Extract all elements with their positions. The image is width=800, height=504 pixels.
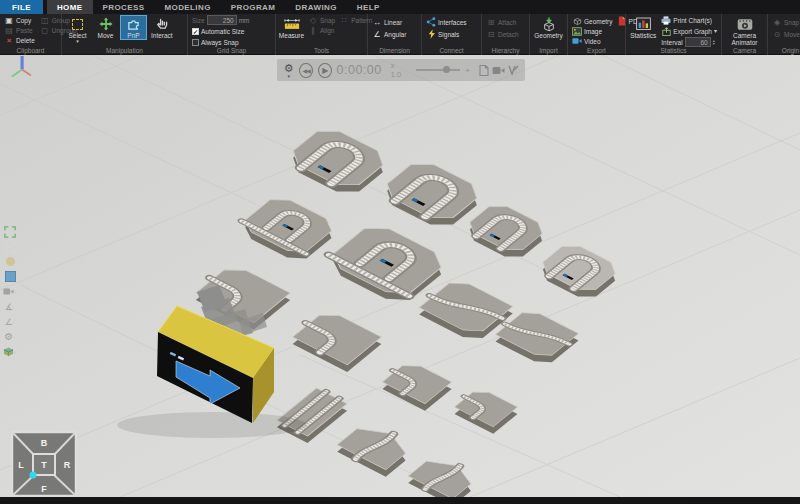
align-button[interactable]: ∥Align <box>306 25 374 35</box>
conveyor-piece-u[interactable] <box>377 157 486 231</box>
play-icon: ▶ <box>322 66 328 75</box>
detach-button[interactable]: ⊟Detach <box>484 29 527 39</box>
measure-button[interactable]: Measure <box>278 15 305 40</box>
paste-icon: ▤ <box>4 26 14 35</box>
angular-label: Angular <box>384 31 406 38</box>
vc-logo-icon[interactable] <box>508 65 519 75</box>
conveyor-piece-c45[interactable] <box>405 453 481 497</box>
camera-animator-button[interactable]: Camera Animator <box>724 15 765 47</box>
render-mode-icon[interactable] <box>2 255 18 268</box>
export-graph-button[interactable]: Export Graph ▾ <box>659 26 719 36</box>
camera-view-menu-button[interactable]: ▸ <box>2 285 18 298</box>
interval-input[interactable] <box>685 37 711 47</box>
world-origin-axis <box>12 56 31 77</box>
export-image-button[interactable]: Image <box>570 26 623 36</box>
group-label-manipulation: Manipulation <box>64 47 185 55</box>
cube-face-top[interactable]: T <box>41 460 47 470</box>
record-video-icon[interactable] <box>492 66 505 75</box>
angular-dimension-button[interactable]: ∠Angular <box>370 29 419 39</box>
conveyor-piece-u[interactable] <box>462 201 550 262</box>
import-geometry-button[interactable]: Geometry <box>532 15 565 40</box>
measure-view-menu-button[interactable]: ∡▸ <box>2 300 18 313</box>
snap-button[interactable]: ◇Snap <box>306 15 337 25</box>
cube-face-back[interactable]: B <box>41 438 48 448</box>
signals-bolt-icon <box>426 29 436 39</box>
ribbon-group-import: Geometry Import <box>530 14 568 55</box>
select-button[interactable]: Select ▾ <box>64 15 91 44</box>
conveyor-piece-u[interactable] <box>283 124 392 198</box>
cube-face-front[interactable]: F <box>41 484 47 494</box>
interact-button[interactable]: Interact <box>148 15 176 40</box>
ribbon: FILE HOME PROCESS MODELING PROGRAM DRAWI… <box>0 0 800 55</box>
plus-icon[interactable]: + <box>465 66 470 75</box>
origin-snap-button[interactable]: ◈Snap <box>770 17 800 27</box>
tab-modeling[interactable]: MODELING <box>154 0 220 14</box>
interval-spinner[interactable]: ▴▾ <box>713 39 715 45</box>
print-charts-button[interactable]: Print Chart(s) <box>659 15 719 25</box>
tab-file[interactable]: FILE <box>0 0 43 14</box>
playback-bar: ⚙ ▾ ◀◀ ▶ 0:00:00 x 1.0 + <box>277 59 525 81</box>
export-pdf-view-icon[interactable] <box>479 65 489 76</box>
linear-label: Linear <box>384 19 402 26</box>
attach-button[interactable]: ⊞Attach <box>484 17 527 27</box>
conveyor-piece-ucs[interactable] <box>324 220 452 307</box>
view-cube-menu-button[interactable]: ▸ <box>2 345 18 358</box>
signals-button[interactable]: Signals <box>424 29 479 39</box>
center-view-button[interactable] <box>2 240 18 253</box>
delete-button[interactable]: ×Delete <box>2 35 37 45</box>
checkbox-checked-icon: ✓ <box>192 28 199 35</box>
paste-button[interactable]: ▤Paste <box>2 25 37 35</box>
cube-face-right[interactable]: R <box>64 460 71 470</box>
conveyor-piece-u[interactable] <box>535 241 623 302</box>
export-geometry-button[interactable]: Geometry <box>570 16 615 26</box>
tab-program[interactable]: PROGRAM <box>221 0 286 14</box>
speed-slider[interactable] <box>416 69 460 71</box>
origin-move-button[interactable]: ⊙Move <box>770 29 800 39</box>
video-camera-icon <box>572 37 582 45</box>
tab-process[interactable]: PROCESS <box>93 0 155 14</box>
always-snap-label: Always Snap <box>201 39 239 46</box>
interfaces-button[interactable]: Interfaces <box>424 17 479 27</box>
speed-slider-handle[interactable] <box>443 66 450 73</box>
linear-dimension-button[interactable]: ↔Linear <box>370 17 419 27</box>
tab-help[interactable]: HELP <box>347 0 390 14</box>
simulation-settings-button[interactable]: ⚙ ▾ <box>283 63 294 78</box>
reset-simulation-button[interactable]: ◀◀ <box>299 63 312 78</box>
fit-view-button[interactable] <box>2 225 18 238</box>
conveyor-piece-c90[interactable] <box>289 308 381 372</box>
export-geometry-icon <box>572 17 582 26</box>
measure-label: Measure <box>279 32 304 39</box>
export-graph-caret-icon: ▾ <box>714 29 717 33</box>
ribbon-group-clipboard: ▣Copy ▤Paste ×Delete ◫Group ◻Ungroup Cli… <box>0 14 62 55</box>
pattern-icon: ∷ <box>339 16 349 25</box>
copy-button[interactable]: ▣Copy <box>2 15 37 25</box>
conveyor-piece-c90s[interactable] <box>379 359 451 411</box>
play-button[interactable]: ▶ <box>318 63 332 78</box>
scene-canvas[interactable] <box>0 55 800 497</box>
active-view-tool-button[interactable] <box>2 270 18 283</box>
settings-menu-button[interactable]: ⚙▸ <box>2 330 18 343</box>
tab-drawing[interactable]: DRAWING <box>285 0 346 14</box>
grid-size-input[interactable] <box>207 15 237 25</box>
statistics-button[interactable]: Statistics <box>628 15 658 40</box>
export-image-label: Image <box>584 28 602 35</box>
attach-icon: ⊞ <box>486 18 496 27</box>
detach-icon: ⊟ <box>486 30 496 39</box>
conveyor-piece-c45[interactable] <box>333 420 416 477</box>
pnp-button[interactable]: PnP <box>120 15 147 40</box>
group-label-export: Export <box>570 47 623 55</box>
export-video-label: Video <box>584 38 601 45</box>
export-video-button[interactable]: Video <box>570 36 623 46</box>
automatic-size-checkbox[interactable]: ✓Automatic Size <box>190 26 273 36</box>
always-snap-checkbox[interactable]: Always Snap <box>190 37 273 47</box>
rewind-icon: ◀◀ <box>303 67 310 74</box>
image-icon <box>572 27 582 36</box>
move-button[interactable]: Move <box>92 15 119 40</box>
navigation-cube[interactable]: B L T R F <box>7 429 83 497</box>
markup-menu-button[interactable]: ∠▸ <box>2 315 18 328</box>
viewport-3d[interactable]: ⚙ ▾ ◀◀ ▶ 0:00:00 x 1.0 + ▸ ∡▸ ∠▸ ⚙▸ ▸ B <box>0 55 800 497</box>
pnp-label: PnP <box>127 32 139 39</box>
conveyor-piece-str[interactable] <box>276 387 349 443</box>
cube-face-left[interactable]: L <box>18 460 24 470</box>
tab-home[interactable]: HOME <box>47 0 93 14</box>
